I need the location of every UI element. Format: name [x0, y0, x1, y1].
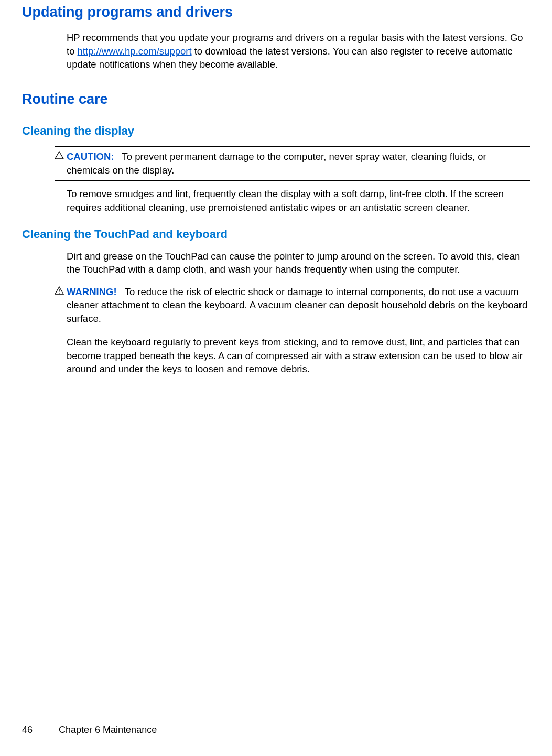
- subheading-cleaning-display: Cleaning the display: [22, 123, 530, 139]
- caution-label: CAUTION:: [67, 151, 114, 162]
- heading-updating-programs: Updating programs and drivers: [22, 3, 530, 21]
- paragraph-update-recommendation: HP recommends that you update your progr…: [67, 31, 530, 71]
- paragraph-display-cleaning: To remove smudges and lint, frequently c…: [67, 187, 530, 214]
- caution-block: CAUTION: To prevent permanent damage to …: [55, 146, 530, 181]
- warning-label: WARNING!: [67, 286, 117, 297]
- warning-block: WARNING! To reduce the risk of electric …: [55, 282, 530, 330]
- page-number: 46: [22, 723, 33, 736]
- warning-triangle-icon: [55, 286, 64, 295]
- subheading-cleaning-touchpad: Cleaning the TouchPad and keyboard: [22, 226, 530, 242]
- paragraph-keyboard-cleaning: Clean the keyboard regularly to prevent …: [67, 336, 530, 376]
- caution-triangle-icon: [55, 151, 64, 159]
- page-footer: 46 Chapter 6 Maintenance: [22, 723, 157, 736]
- chapter-label: Chapter 6 Maintenance: [59, 723, 157, 736]
- warning-text: To reduce the risk of electric shock or …: [67, 286, 527, 324]
- paragraph-touchpad-cleaning: Dirt and grease on the TouchPad can caus…: [67, 250, 530, 276]
- caution-text: To prevent permanent damage to the compu…: [67, 151, 486, 176]
- support-link[interactable]: http://www.hp.com/support: [78, 46, 192, 57]
- heading-routine-care: Routine care: [22, 90, 530, 109]
- svg-point-1: [59, 293, 60, 294]
